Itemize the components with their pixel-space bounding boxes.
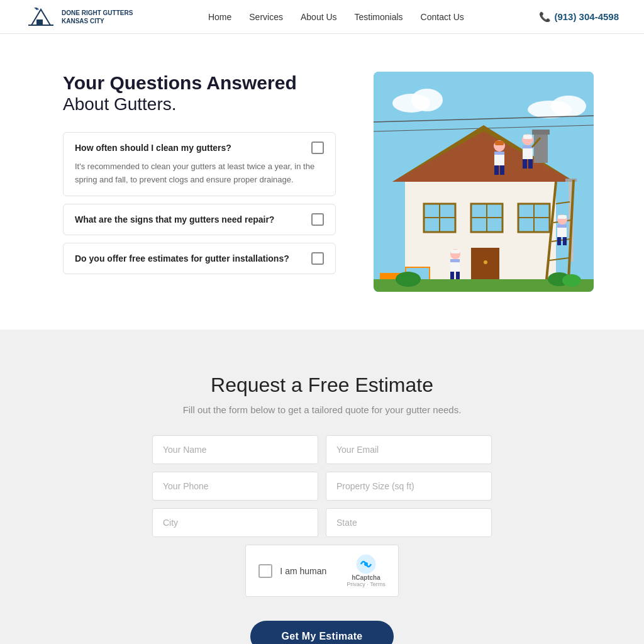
svg-rect-44 (528, 159, 533, 169)
svg-point-69 (364, 562, 368, 566)
property-size-input[interactable] (326, 472, 492, 501)
svg-rect-49 (557, 225, 567, 228)
hcaptcha-icon (356, 554, 376, 574)
faq-title-main: Your Questions Answered (63, 72, 336, 94)
form-section: Request a Free Estimate Fill out the for… (0, 330, 644, 644)
faq-question-2: What are the signs that my gutters need … (75, 214, 274, 225)
form-row-2 (152, 472, 492, 501)
captcha-links: Privacy · Terms (347, 581, 385, 587)
header: DONE RIGHT GUTTERS KANSAS CITY Home Serv… (0, 0, 644, 34)
svg-rect-37 (494, 165, 499, 175)
form-title: Request a Free Estimate (25, 374, 619, 397)
svg-rect-1 (36, 19, 43, 25)
svg-rect-55 (450, 259, 460, 262)
nav-home[interactable]: Home (208, 12, 231, 22)
estimate-form: I am human hCaptcha Privacy · Terms Get … (152, 435, 492, 644)
svg-rect-52 (558, 215, 567, 219)
main-nav: Home Services About Us Testimonials Cont… (208, 12, 464, 22)
faq-item-2[interactable]: What are the signs that my gutters need … (63, 204, 336, 235)
svg-rect-45 (523, 135, 532, 139)
faq-section: Your Questions Answered About Gutters. H… (0, 34, 644, 330)
svg-rect-58 (451, 250, 460, 253)
phone-input[interactable] (152, 472, 318, 501)
state-input[interactable] (326, 508, 492, 537)
name-input[interactable] (152, 435, 318, 464)
nav-testimonials[interactable]: Testimonials (355, 12, 403, 22)
captcha-label: I am human (280, 566, 326, 576)
svg-rect-50 (557, 237, 561, 245)
svg-rect-14 (532, 130, 550, 135)
svg-rect-57 (456, 272, 460, 279)
svg-rect-38 (500, 165, 504, 175)
form-subtitle: Fill out the form below to get a tailore… (25, 404, 619, 415)
phone-number: 📞 (913) 304-4598 (539, 11, 619, 23)
faq-toggle-2[interactable] (311, 213, 324, 226)
form-row-3 (152, 508, 492, 537)
form-row-1 (152, 435, 492, 464)
svg-point-67 (562, 274, 581, 287)
svg-rect-27 (484, 260, 487, 264)
submit-button[interactable]: Get My Estimate (250, 621, 394, 644)
faq-question-1: How often should I clean my gutters? (75, 143, 231, 153)
faq-content: Your Questions Answered About Gutters. H… (63, 72, 336, 282)
faq-item-header-2: What are the signs that my gutters need … (75, 213, 324, 226)
nav-about[interactable]: About Us (301, 12, 337, 22)
logo-area: DONE RIGHT GUTTERS KANSAS CITY (25, 3, 133, 31)
svg-rect-51 (563, 237, 567, 245)
faq-image-area (374, 72, 594, 292)
svg-rect-16 (565, 179, 577, 182)
logo-text: DONE RIGHT GUTTERS KANSAS CITY (62, 9, 133, 25)
captcha-checkbox[interactable] (258, 564, 272, 578)
captcha-logo-area: hCaptcha Privacy · Terms (347, 554, 385, 587)
faq-item-header-1: How often should I clean my gutters? (75, 142, 324, 154)
svg-point-5 (411, 89, 443, 111)
svg-point-65 (396, 272, 421, 287)
nav-services[interactable]: Services (249, 12, 283, 22)
faq-title-sub: About Gutters. (63, 94, 336, 114)
svg-rect-43 (523, 159, 527, 169)
svg-rect-39 (495, 141, 504, 145)
phone-icon: 📞 (539, 11, 551, 23)
captcha-widget[interactable]: I am human hCaptcha Privacy · Terms (245, 545, 398, 597)
svg-rect-56 (450, 272, 454, 279)
faq-question-3: Do you offer free estimates for gutter i… (75, 253, 289, 264)
faq-item-3[interactable]: Do you offer free estimates for gutter i… (63, 243, 336, 274)
email-input[interactable] (326, 435, 492, 464)
faq-toggle-3[interactable] (311, 252, 324, 265)
faq-item-header-3: Do you offer free estimates for gutter i… (75, 252, 324, 265)
faq-answer-1: It's recommended to clean your gutters a… (75, 160, 324, 187)
svg-rect-36 (494, 152, 504, 155)
city-input[interactable] (152, 508, 318, 537)
gutter-workers-image (374, 72, 594, 292)
logo-icon (25, 3, 57, 31)
faq-toggle-1[interactable] (311, 142, 324, 154)
nav-contact[interactable]: Contact Us (421, 12, 464, 22)
svg-point-7 (551, 96, 586, 117)
svg-rect-42 (523, 145, 533, 148)
captcha-brand-label: hCaptcha (352, 574, 380, 581)
svg-rect-13 (534, 131, 548, 163)
faq-item-1[interactable]: How often should I clean my gutters? It'… (63, 132, 336, 196)
